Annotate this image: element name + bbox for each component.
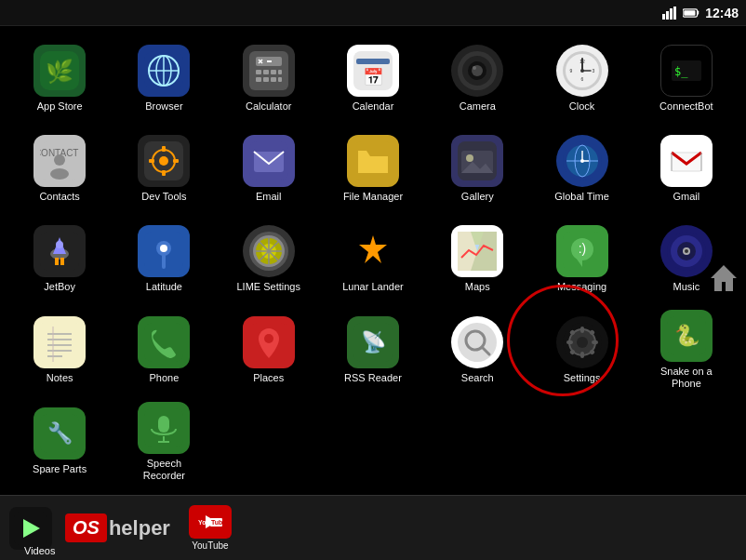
svg-rect-130 xyxy=(566,340,573,344)
videos-taskbar-icon[interactable] xyxy=(9,507,52,550)
svg-point-50 xyxy=(54,154,65,166)
app-store-icon-img: 🌿 xyxy=(40,51,79,90)
jetboy-label: JetBoy xyxy=(44,281,75,293)
search-icon-img xyxy=(458,323,497,362)
gallery-label: Gallery xyxy=(461,191,494,203)
svg-point-119 xyxy=(264,334,273,343)
app-icon-maps[interactable]: Maps xyxy=(435,221,519,297)
app-icon-speechrecorder[interactable]: Speech Recorder xyxy=(122,398,206,486)
svg-rect-128 xyxy=(580,327,584,333)
svg-rect-18 xyxy=(271,70,276,74)
helper-text: helper xyxy=(109,516,170,540)
svg-text:🔧: 🔧 xyxy=(47,420,73,446)
app-icon-rssreader[interactable]: 📡 RSS Reader xyxy=(331,313,415,388)
youtube-taskbar-icon[interactable]: You Tube xyxy=(189,505,232,539)
globaltime-label: Global Time xyxy=(554,191,609,203)
devtools-icon-img xyxy=(144,141,183,180)
app-icon-app-store[interactable]: 🌿 App Store xyxy=(18,41,101,116)
calculator-icon-img xyxy=(249,51,288,90)
filemanager-label: File Manager xyxy=(343,191,403,203)
app-icon-snake[interactable]: 🐍 Snake on a Phone xyxy=(645,306,728,393)
app-icon-lime[interactable]: LIME Settings xyxy=(227,221,311,297)
app-icon-phone[interactable]: Phone xyxy=(122,313,206,388)
status-time: 12:48 xyxy=(705,6,739,20)
app-icon-calculator[interactable]: Calculator xyxy=(227,41,311,116)
svg-text:You: You xyxy=(198,519,210,526)
app-icon-settings[interactable]: Settings xyxy=(540,313,624,388)
home-icon[interactable] xyxy=(707,261,740,295)
svg-text:Tube: Tube xyxy=(211,519,224,526)
os-text: OS xyxy=(73,517,100,539)
svg-point-35 xyxy=(473,66,476,70)
maps-label: Maps xyxy=(465,281,490,293)
svg-point-122 xyxy=(458,323,497,362)
app-icon-search[interactable]: Search xyxy=(435,313,519,388)
app-icon-gallery[interactable]: Gallery xyxy=(435,131,519,207)
filemanager-icon-img xyxy=(353,141,393,180)
app-icon-jetboy[interactable]: JetBoy xyxy=(18,221,101,297)
jetboy-icon-img xyxy=(40,232,79,271)
app-icon-places[interactable]: Places xyxy=(227,313,311,388)
svg-rect-141 xyxy=(158,416,169,433)
connectbot-label: ConnectBot xyxy=(659,100,713,113)
svg-rect-57 xyxy=(149,159,154,163)
devtools-label: Dev Tools xyxy=(141,191,186,203)
app-icon-browser[interactable]: Browser xyxy=(122,41,206,116)
svg-text::): :) xyxy=(578,241,586,256)
svg-point-127 xyxy=(577,337,588,348)
home-button-area[interactable] xyxy=(707,261,740,299)
svg-point-80 xyxy=(56,241,63,248)
svg-rect-82 xyxy=(60,258,64,265)
svg-text:$_: $_ xyxy=(674,65,688,78)
svg-rect-16 xyxy=(256,70,261,74)
status-bar: 12:48 xyxy=(0,0,746,26)
svg-rect-20 xyxy=(256,77,261,82)
search-label: Search xyxy=(461,372,494,384)
svg-rect-0 xyxy=(662,14,665,20)
app-icon-gmail[interactable]: Gmail xyxy=(645,131,728,207)
oshelper-brand: OS helper xyxy=(65,513,170,542)
app-icon-notes[interactable]: Notes xyxy=(18,313,101,388)
taskbar: Videos OS helper You Tube YouTube xyxy=(0,495,746,560)
svg-rect-58 xyxy=(173,159,179,163)
contacts-label: Contacts xyxy=(39,191,79,203)
maps-icon-img xyxy=(458,232,497,271)
app-icon-lunar[interactable]: Lunar Lander xyxy=(331,221,415,297)
app-icon-messaging[interactable]: :) Messaging xyxy=(540,221,624,297)
app-icon-devtools[interactable]: Dev Tools xyxy=(122,131,206,207)
email-label: Email xyxy=(256,191,282,203)
app-icon-latitude[interactable]: Latitude xyxy=(122,221,206,297)
calculator-label: Calculator xyxy=(246,100,292,113)
svg-rect-117 xyxy=(144,323,183,362)
app-icon-clock[interactable]: 12 6 9 3 Clock xyxy=(540,41,624,116)
svg-text:📡: 📡 xyxy=(360,329,386,354)
app-icon-globaltime[interactable]: Global Time xyxy=(540,131,624,207)
status-icons xyxy=(662,7,699,20)
phone-icon-img xyxy=(144,323,183,362)
app-icon-filemanager[interactable]: File Manager xyxy=(331,131,415,207)
svg-point-64 xyxy=(466,154,473,162)
lunar-label: Lunar Lander xyxy=(342,281,403,293)
app-icon-email[interactable]: Email xyxy=(227,131,311,207)
app-icon-spareparts[interactable]: 🔧 Spare Parts xyxy=(18,404,101,479)
svg-rect-22 xyxy=(271,77,276,82)
svg-point-51 xyxy=(50,168,69,180)
gmail-icon-img xyxy=(667,141,706,180)
svg-point-54 xyxy=(159,156,168,166)
svg-rect-81 xyxy=(55,258,59,265)
spareparts-icon-img: 🔧 xyxy=(40,414,79,453)
app-icon-contacts[interactable]: CONTACTS Contacts xyxy=(18,131,101,207)
clock-label: Clock xyxy=(569,100,595,113)
notes-label: Notes xyxy=(47,372,73,384)
app-icon-camera[interactable]: Camera xyxy=(435,41,519,116)
youtube-taskbar[interactable]: You Tube YouTube xyxy=(189,505,232,551)
phone-label: Phone xyxy=(150,372,180,384)
app-icon-connectbot[interactable]: $_ ConnectBot xyxy=(645,41,728,116)
music-label: Music xyxy=(673,281,699,293)
rssreader-icon-img: 📡 xyxy=(353,323,393,362)
svg-point-85 xyxy=(160,245,167,252)
settings-label: Settings xyxy=(564,372,601,384)
app-icon-calendar[interactable]: 📅 Calendar xyxy=(331,41,415,116)
lunar-icon-img xyxy=(353,232,393,271)
svg-rect-5 xyxy=(698,10,699,14)
